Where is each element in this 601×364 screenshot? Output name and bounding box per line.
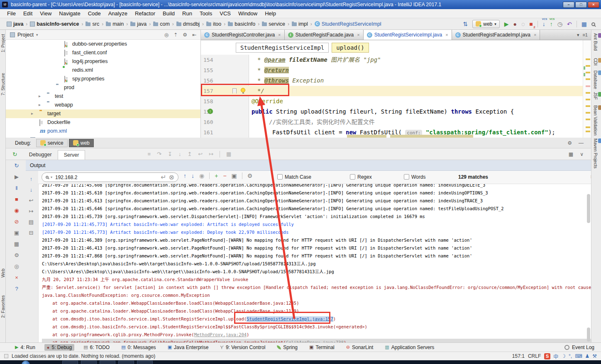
gear-icon[interactable]: ⚙ <box>567 140 572 146</box>
pin-icon[interactable]: ◎ <box>8 263 25 269</box>
breadcrumb-item-studentregistserviceimpl[interactable]: CStudentRegistServiceImpl <box>315 21 381 27</box>
prev-occurrence-icon[interactable]: ↑ <box>183 172 186 179</box>
checkbox-label-words[interactable]: Words <box>411 174 425 180</box>
show-execution-point-icon[interactable]: ≡ <box>147 151 151 157</box>
tree-item-fast-client-conf[interactable]: fast_client.conf <box>6 49 200 57</box>
toolwindow-button-spring[interactable]: Spring <box>274 344 300 351</box>
stripe-mark-error[interactable] <box>586 85 590 87</box>
toolwindow-button-4-run[interactable]: ▶4: Run <box>12 344 38 351</box>
checkbox-words[interactable] <box>404 174 409 180</box>
step-out-icon[interactable]: ↥ <box>187 151 192 157</box>
hide-panel-icon[interactable]: ⇤ <box>192 32 196 38</box>
menu-analyze[interactable]: Analyze <box>105 10 131 17</box>
prev-frame-icon[interactable]: ↑ <box>26 176 37 182</box>
close-icon[interactable]: × <box>357 32 359 37</box>
force-step-into-icon[interactable]: ↓ <box>178 151 181 157</box>
gear-icon[interactable]: ⚙ <box>183 32 187 38</box>
stripe-mark[interactable] <box>586 78 590 80</box>
breadcrumb-item-src[interactable]: src <box>86 21 99 27</box>
clear-all-icon[interactable]: ⊟ <box>26 230 37 236</box>
tool-button-database[interactable]: Database <box>593 70 601 89</box>
code-line-155[interactable]: 155* @return <box>201 65 591 75</box>
tree-item-pom-xml[interactable]: mpom.xml <box>6 127 200 136</box>
vcs-update-icon[interactable]: ↓VCS <box>542 21 545 27</box>
breadcrumb-item-basicinfo[interactable]: basicInfo <box>228 21 255 27</box>
menu-tools[interactable]: Tools <box>196 10 216 17</box>
toolwindow-button-6-todo[interactable]: ▤6: TODO <box>81 344 112 351</box>
tool-button-7-structure[interactable]: 7: Structure <box>0 73 5 95</box>
tool-button-web[interactable]: Web <box>0 269 5 277</box>
menu-build[interactable]: Build <box>159 10 178 17</box>
search-everywhere-icon[interactable] <box>591 21 595 27</box>
method-crumb[interactable]: upload() <box>332 43 369 53</box>
run-button[interactable]: ▶ <box>504 21 509 27</box>
tree-item-test[interactable]: ▸test <box>6 92 200 101</box>
code-line-159[interactable]: 159↑public String upload(String fileurl,… <box>201 107 591 117</box>
breadcrumb-item-dmsdbj[interactable]: dmsdbj <box>176 21 200 27</box>
settings-icon[interactable]: ⚙ <box>8 252 25 258</box>
toolwindow-button-9-version-control[interactable]: Ƴ9: Version Control <box>217 344 268 351</box>
menu-window[interactable]: Window <box>235 10 261 17</box>
remove-occurrence-icon[interactable]: − <box>223 172 226 179</box>
step-into-icon[interactable]: ↧ <box>168 151 172 157</box>
collapse-all-icon[interactable]: ⇡ <box>173 32 178 38</box>
checkbox-regex[interactable] <box>350 174 355 180</box>
menu-help[interactable]: Help <box>261 10 280 17</box>
stripe-mark[interactable] <box>586 72 590 73</box>
locate-icon[interactable]: ◎ <box>164 32 169 38</box>
toolwindow-button-application-servers[interactable]: ▥Application Servers <box>382 344 437 351</box>
tree-item-target[interactable]: ▸target <box>6 109 200 118</box>
tool-button-maven-projects[interactable]: Maven Projects <box>593 138 601 168</box>
enter-icon[interactable]: ↵ <box>161 173 166 181</box>
resume-icon[interactable]: ▶ <box>8 174 25 180</box>
menu-refactor[interactable]: Refactor <box>131 10 159 17</box>
breadcrumb-item-service[interactable]: service <box>262 21 285 27</box>
tree-item-dubbo-server-properties[interactable]: dubbo-server.properties <box>6 40 200 49</box>
stripe-mark[interactable] <box>586 126 590 128</box>
stripe-mark[interactable] <box>586 99 590 100</box>
close-icon[interactable]: × <box>445 32 448 37</box>
override-marker-icon[interactable]: ↑ <box>208 109 213 114</box>
breadcrumb-item-java[interactable]: java <box>7 21 23 27</box>
console-scrollbar-thumb[interactable] <box>587 194 590 223</box>
stripe-mark[interactable] <box>586 112 590 114</box>
breadcrumb-item-basicinfo-service[interactable]: basicInfo-service <box>30 21 79 27</box>
editor-tab-studentregistfacadeimpl-java[interactable]: CStudentRegistFacadeImpl.java× <box>452 30 540 40</box>
taskbar-item[interactable] <box>81 361 97 364</box>
soft-wrap-icon[interactable]: ↩ <box>26 197 37 204</box>
chevron-down-icon[interactable]: ▾ <box>51 175 52 179</box>
start-button[interactable] <box>22 361 30 364</box>
next-occurrence-icon[interactable]: ↓ <box>191 172 194 179</box>
scroll-end-icon[interactable]: ↦ <box>26 208 37 214</box>
find-in-selection-icon[interactable]: ◉ <box>199 172 204 179</box>
stripe-mark-change[interactable] <box>584 73 585 76</box>
hidden-tabs-list-icon[interactable]: ▾ <box>577 32 579 38</box>
view-breakpoints-icon[interactable]: ◉ <box>8 207 25 214</box>
stripe-mark[interactable] <box>586 58 590 60</box>
breadcrumb-item-java[interactable]: java <box>130 21 147 27</box>
debug-config-tab-service[interactable]: service <box>36 139 68 147</box>
rerun-icon[interactable]: ↻ <box>12 151 17 158</box>
menu-vcs[interactable]: VCS <box>216 10 235 17</box>
moon-icon[interactable]: ☽ <box>561 353 566 359</box>
checkbox-label-match-case[interactable]: Match Case <box>285 174 311 180</box>
clear-icon[interactable]: ⊗ <box>169 173 174 181</box>
close-icon[interactable]: × <box>278 32 281 37</box>
debug-config-tab-web[interactable]: web <box>69 139 94 147</box>
tool-button-cdi[interactable]: CDI <box>593 58 601 66</box>
taskbar-item[interactable] <box>62 361 78 364</box>
menu-navigate[interactable]: Navigate <box>55 10 84 17</box>
console-scrollbar-thumb[interactable] <box>587 328 590 342</box>
taskbar-item[interactable] <box>100 361 115 364</box>
code-line-160[interactable]: 160//实例化工具类，实例化时传入配置文件 <box>201 117 591 127</box>
chevron-right-icon[interactable]: ▸ <box>31 111 33 116</box>
close-button[interactable]: × <box>588 2 599 8</box>
tool-button-2-favorites[interactable]: 2: Favorites <box>0 295 5 318</box>
layout-icon[interactable]: ▦ <box>569 151 573 157</box>
tab-debugger[interactable]: Debugger <box>23 150 58 160</box>
close-search-icon[interactable]: × <box>590 174 591 180</box>
menu-code[interactable]: Code <box>84 10 105 17</box>
minimize-button[interactable]: – <box>563 2 574 8</box>
breadcrumb-item-itoo[interactable]: itoo <box>206 21 221 27</box>
sort-lines-icon[interactable]: ⇅ <box>463 21 468 27</box>
